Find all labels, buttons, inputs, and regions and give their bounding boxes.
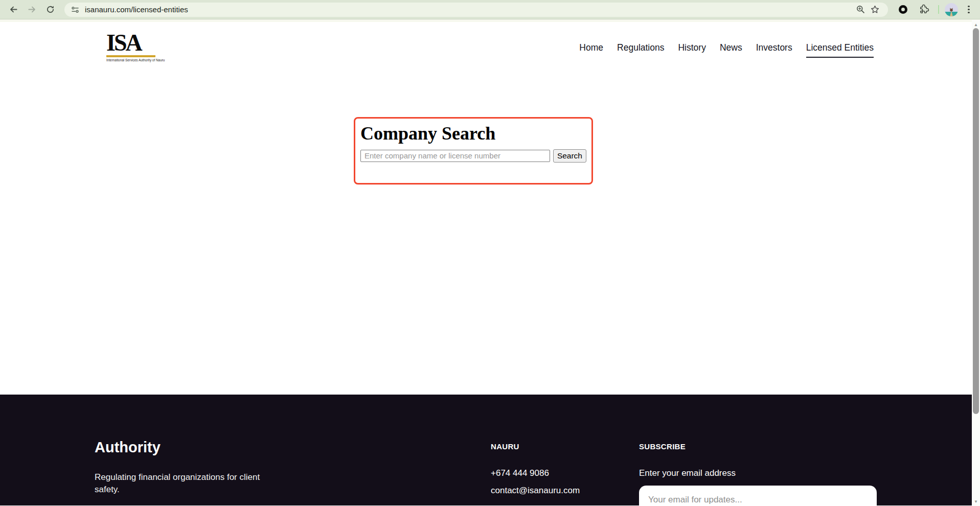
zoom-icon [856, 5, 865, 14]
menu-kebab-icon [968, 6, 970, 8]
extension-ring-icon [899, 5, 907, 14]
site-footer: Authority Regulating financial organizat… [0, 395, 972, 505]
site-info-icon[interactable] [71, 5, 80, 14]
subscribe-email-label: Enter your email address [639, 468, 879, 478]
site-header: ISA International Services Authority of … [0, 22, 980, 62]
cat-avatar-icon [946, 7, 956, 16]
nav-item-regulations[interactable]: Regulations [617, 42, 664, 57]
back-icon [9, 5, 18, 14]
subscribe-email-input[interactable] [639, 486, 877, 505]
url-text[interactable]: isanauru.com/licensed-entities [85, 5, 188, 14]
bookmark-star-icon [870, 5, 880, 14]
profile-avatar[interactable] [945, 3, 958, 16]
footer-about-column: Authority Regulating financial organizat… [95, 440, 491, 505]
nav-item-news[interactable]: News [720, 42, 742, 57]
site-logo[interactable]: ISA International Services Authority of … [106, 31, 157, 62]
bookmark-button[interactable] [868, 3, 882, 17]
toolbar-right-cluster [894, 1, 976, 18]
back-button[interactable] [5, 2, 21, 18]
company-search-panel: Company Search Search [354, 117, 593, 185]
company-search-button[interactable]: Search [553, 149, 586, 163]
nav-item-investors[interactable]: Investors [756, 42, 792, 57]
scrollbar-thumb[interactable] [973, 28, 979, 414]
footer-phone[interactable]: +674 444 9086 [491, 468, 639, 478]
nav-item-home[interactable]: Home [579, 42, 603, 57]
scrollbar-down-arrow-icon[interactable]: ▼ [972, 497, 980, 505]
page-viewport: ISA International Services Authority of … [0, 22, 980, 505]
company-search-input[interactable] [360, 150, 550, 162]
footer-columns: Authority Regulating financial organizat… [0, 395, 972, 505]
logo-tagline: International Services Authority of Naur… [106, 58, 157, 62]
page-scrollbar[interactable]: ▲ ▼ [972, 20, 980, 506]
main-nav: Home Regulations History News Investors … [579, 42, 874, 58]
footer-about-description: Regulating financial organizations for c… [95, 471, 281, 496]
toolbar-separator [938, 5, 939, 14]
forward-icon [27, 5, 37, 14]
nav-item-licensed-entities[interactable]: Licensed Entities [806, 42, 874, 58]
address-bar[interactable]: isanauru.com/licensed-entities [64, 3, 888, 17]
browser-menu-button[interactable] [962, 6, 976, 14]
reload-icon [45, 5, 55, 14]
company-search-form: Search [360, 149, 586, 163]
footer-email[interactable]: contact@isanauru.com [491, 486, 639, 496]
extensions-button[interactable] [915, 1, 932, 18]
company-search-title: Company Search [360, 124, 586, 144]
browser-toolbar: isanauru.com/licensed-entities [0, 0, 980, 19]
footer-subscribe-column: SUBSCRIBE Enter your email address [639, 440, 879, 505]
zoom-button[interactable] [853, 3, 868, 17]
reload-button[interactable] [42, 2, 58, 18]
logo-text: ISA [106, 31, 157, 55]
extension-ring-button[interactable] [894, 1, 911, 18]
footer-contact-title: NAURU [491, 442, 639, 451]
footer-contact-column: NAURU +674 444 9086 contact@isanauru.com [491, 440, 639, 505]
scrollbar-up-arrow-icon[interactable]: ▲ [972, 20, 980, 29]
footer-about-title: Authority [95, 440, 491, 456]
extensions-puzzle-icon [919, 4, 929, 15]
forward-button[interactable] [24, 2, 40, 18]
footer-subscribe-title: SUBSCRIBE [639, 442, 879, 451]
nav-item-history[interactable]: History [678, 42, 705, 57]
